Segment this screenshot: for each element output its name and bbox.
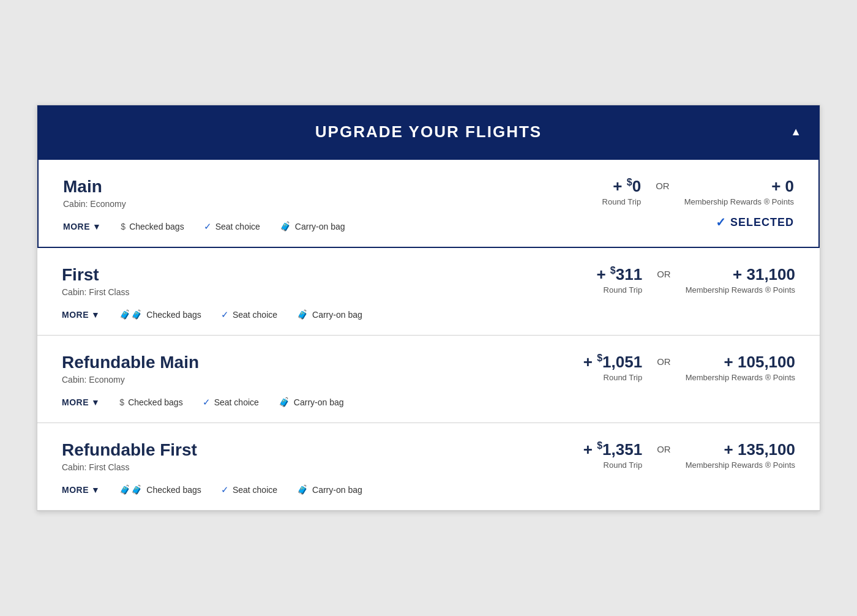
fare-points: + 105,100 [686, 353, 795, 372]
fare-points-block: + 31,100 Membership Rewards ® Points [686, 265, 795, 295]
dollar-icon: $ [121, 222, 125, 231]
more-button[interactable]: MORE ▼ [62, 310, 100, 320]
fare-price-label: Round Trip [602, 197, 642, 206]
fare-info: Refundable Main Cabin: Economy [62, 353, 199, 385]
feature-label: Carry-on bag [312, 485, 362, 495]
fare-points-block: + 135,100 Membership Rewards ® Points [686, 440, 795, 470]
dollar-icon: $ [119, 397, 124, 407]
more-button[interactable]: MORE ▼ [63, 222, 101, 231]
fare-price: + $311 [596, 265, 642, 284]
feature-label: Checked bags [129, 222, 184, 231]
fare-pricing: + $1,351 Round Trip OR + 135,100 Members… [583, 440, 795, 470]
bag-icon: 🧳 [279, 397, 290, 408]
fare-card-first[interactable]: First Cabin: First Class + $311 Round Tr… [37, 248, 820, 336]
feature-label: Checked bags [146, 485, 201, 495]
feature-item: 🧳 Carry-on bag [297, 484, 362, 495]
fare-card-refundable-main[interactable]: Refundable Main Cabin: Economy + $1,051 … [37, 336, 820, 423]
or-label: OR [657, 265, 671, 279]
fare-card-top: Refundable First Cabin: First Class + $1… [62, 440, 795, 472]
checkmark-icon: ✓ [204, 221, 212, 232]
upgrade-flights-panel: UPGRADE YOUR FLIGHTS ▲ Main Cabin: Econo… [37, 105, 820, 511]
dropdown-arrow-icon: ▼ [91, 485, 100, 495]
fare-points: + 31,100 [686, 265, 795, 284]
feature-item: 🧳🧳 Checked bags [119, 309, 201, 320]
fare-price-label: Round Trip [596, 285, 642, 295]
fare-footer: MORE ▼ 🧳🧳 Checked bags ✓ Seat choice 🧳 C… [62, 309, 795, 320]
fare-price-block: + $311 Round Trip [596, 265, 642, 295]
fare-card-top: Refundable Main Cabin: Economy + $1,051 … [62, 353, 795, 385]
fare-name: Main [63, 177, 126, 197]
more-label: MORE [62, 397, 89, 407]
fare-name: First [62, 265, 129, 285]
feature-label: Seat choice [233, 485, 277, 495]
fare-cabin: Cabin: First Class [62, 287, 129, 297]
feature-item: ✓ Seat choice [203, 397, 259, 408]
fare-info: Main Cabin: Economy [63, 177, 126, 209]
feature-label: Seat choice [215, 222, 260, 231]
more-button[interactable]: MORE ▼ [62, 397, 100, 407]
selected-checkmark-icon: ✓ [716, 215, 727, 230]
checkmark-icon: ✓ [221, 309, 229, 320]
bag-icon: 🧳 [297, 309, 309, 320]
feature-item: 🧳 Carry-on bag [297, 309, 362, 320]
checkmark-icon: ✓ [221, 484, 229, 495]
fare-price: + $0 [602, 177, 642, 196]
fare-points: + 135,100 [686, 440, 795, 459]
or-label: OR [656, 177, 670, 191]
feature-label: Seat choice [214, 397, 259, 407]
or-label: OR [657, 440, 671, 454]
fare-price-label: Round Trip [583, 373, 642, 382]
collapse-icon[interactable]: ▲ [790, 126, 801, 138]
fare-card-top: First Cabin: First Class + $311 Round Tr… [62, 265, 795, 297]
feature-item: 🧳 Carry-on bag [279, 397, 344, 408]
fare-points-label: Membership Rewards ® Points [684, 197, 794, 206]
fare-name: Refundable First [62, 440, 197, 460]
fare-points-block: + 0 Membership Rewards ® Points [684, 177, 794, 206]
fare-cabin: Cabin: Economy [62, 375, 199, 385]
more-button[interactable]: MORE ▼ [62, 485, 100, 495]
fare-points-label: Membership Rewards ® Points [686, 460, 795, 470]
fare-pricing: + $0 Round Trip OR + 0 Membership Reward… [602, 177, 794, 206]
bag-icon: 🧳 [297, 484, 309, 495]
fare-price-block: + $0 Round Trip [602, 177, 642, 206]
fare-info: Refundable First Cabin: First Class [62, 440, 197, 472]
feature-label: Checked bags [146, 310, 201, 320]
checkmark-icon: ✓ [203, 397, 211, 408]
more-label: MORE [62, 310, 89, 320]
more-label: MORE [62, 485, 89, 495]
or-label: OR [657, 353, 671, 367]
fare-card-main[interactable]: Main Cabin: Economy + $0 Round Trip OR +… [37, 159, 820, 248]
fare-footer: MORE ▼ $ Checked bags ✓ Seat choice 🧳 Ca… [63, 221, 794, 232]
fare-cabin: Cabin: Economy [63, 199, 126, 209]
feature-label: Checked bags [128, 397, 183, 407]
bag-icon: 🧳 [280, 221, 291, 232]
fare-points: + 0 [684, 177, 794, 196]
fare-price-block: + $1,351 Round Trip [583, 440, 642, 470]
feature-item: ✓ Seat choice [204, 221, 260, 232]
fare-name: Refundable Main [62, 353, 199, 372]
fare-cards-list: Main Cabin: Economy + $0 Round Trip OR +… [37, 159, 820, 511]
feature-item: $ Checked bags [121, 222, 184, 231]
selected-badge: ✓ SELECTED [716, 215, 794, 230]
feature-label: Carry-on bag [295, 222, 345, 231]
fare-price: + $1,351 [583, 440, 642, 459]
fare-pricing: + $311 Round Trip OR + 31,100 Membership… [596, 265, 795, 295]
feature-item: $ Checked bags [119, 397, 182, 407]
fare-points-block: + 105,100 Membership Rewards ® Points [686, 353, 795, 382]
feature-item: 🧳🧳 Checked bags [119, 484, 201, 495]
fare-price-label: Round Trip [583, 460, 642, 470]
fare-price: + $1,051 [583, 353, 642, 372]
fare-price-block: + $1,051 Round Trip [583, 353, 642, 382]
fare-footer: MORE ▼ $ Checked bags ✓ Seat choice 🧳 Ca… [62, 397, 795, 408]
fare-points-label: Membership Rewards ® Points [686, 285, 795, 295]
fare-card-refundable-first[interactable]: Refundable First Cabin: First Class + $1… [37, 423, 820, 511]
feature-item: ✓ Seat choice [221, 309, 277, 320]
panel-header: UPGRADE YOUR FLIGHTS ▲ [37, 105, 820, 159]
fare-footer: MORE ▼ 🧳🧳 Checked bags ✓ Seat choice 🧳 C… [62, 484, 795, 495]
feature-label: Seat choice [233, 310, 277, 320]
fare-cabin: Cabin: First Class [62, 462, 197, 472]
dropdown-arrow-icon: ▼ [91, 397, 100, 407]
bags-icon: 🧳🧳 [119, 309, 143, 320]
fare-pricing: + $1,051 Round Trip OR + 105,100 Members… [583, 353, 795, 382]
dropdown-arrow-icon: ▼ [92, 222, 101, 231]
